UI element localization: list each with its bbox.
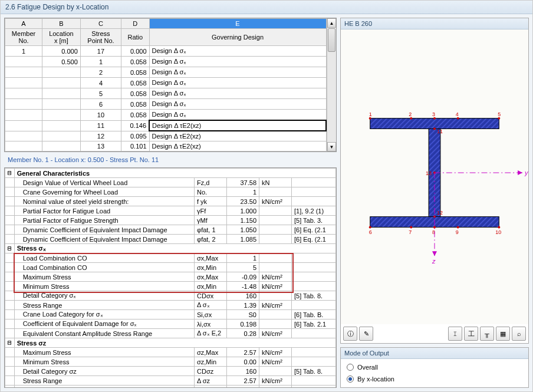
svg-text:2: 2: [409, 111, 412, 117]
detail-row[interactable]: Stress RangeΔ σₓ1.39kN/cm²: [5, 301, 336, 310]
radio-option[interactable]: By x-location: [347, 375, 522, 383]
detail-group[interactable]: ⊟General Characteristics: [5, 169, 336, 178]
radio-label: By x-location: [357, 375, 394, 383]
col-header[interactable]: StressPoint No.: [80, 29, 121, 46]
expander-icon[interactable]: ⊟: [5, 338, 15, 348]
svg-text:12: 12: [437, 210, 443, 216]
detail-row[interactable]: Dynamic Coefficient of Equivalent Impact…: [5, 235, 336, 244]
table-row[interactable]: 0.50010.058Design Δ σₓ: [5, 57, 327, 67]
table-row[interactable]: 120.095Design Δ τE2(xz): [5, 131, 327, 141]
detail-row[interactable]: Dynamic Coefficient of Equivalent Impact…: [5, 225, 336, 235]
detail-row[interactable]: Crane Load Category for σₓSi,σxS0[6] Tab…: [5, 310, 336, 319]
section-toolbar: ⓘ✎𝙸工╥▦⌕: [341, 324, 528, 343]
col-header[interactable]: MemberNo.: [5, 29, 42, 46]
detail-row[interactable]: Crane Governing for Wheel LoadNo.1: [5, 187, 336, 197]
svg-text:11: 11: [437, 129, 443, 134]
col-header-A[interactable]: A: [5, 19, 42, 29]
svg-point-7: [410, 117, 412, 120]
results-grid[interactable]: ABCDE MemberNo.Locationx [m]StressPoint …: [4, 18, 337, 152]
expander-icon[interactable]: ⊟: [5, 169, 15, 178]
svg-point-29: [498, 226, 500, 228]
detail-row[interactable]: Partial Factor of Fatigue StrengthγMf1.1…: [5, 216, 336, 225]
detail-row[interactable]: Design Value of Vertical Wheel LoadFz,d3…: [5, 178, 336, 187]
svg-point-15: [433, 128, 436, 130]
radio-label: Overall: [357, 364, 378, 371]
expander-icon[interactable]: ⊟: [5, 244, 15, 253]
detail-group[interactable]: ⊟Stress σₓ: [5, 244, 336, 253]
window-title: 2.6 Fatigue Design by x-Location: [1, 1, 532, 14]
detail-row[interactable]: Partial Factor for Fatigue LoadγFf1.000[…: [5, 206, 336, 216]
probe-icon[interactable]: ⌕: [512, 327, 526, 341]
table-row[interactable]: 130.101Design Δ τE2(xz): [5, 141, 327, 151]
svg-point-9: [433, 117, 436, 120]
table-row[interactable]: 40.058Design Δ σₓ: [5, 78, 327, 88]
detail-row[interactable]: Maximum Stressσx,Max-0.09kN/cm²: [5, 272, 336, 282]
table-row[interactable]: 20.058Design Δ σₓ: [5, 67, 327, 78]
detail-row[interactable]: Maximum Stressσz,Max2.57kN/cm²: [5, 348, 336, 357]
scroll-down-icon[interactable]: ▼: [327, 142, 336, 151]
svg-marker-32: [518, 170, 522, 175]
svg-marker-35: [432, 251, 437, 256]
sect-icon-1[interactable]: 𝙸: [448, 327, 462, 341]
svg-text:13: 13: [426, 170, 432, 176]
svg-text:4: 4: [456, 111, 459, 117]
selection-info: Member No. 1 - Location x: 0.500 - Stres…: [4, 154, 337, 165]
svg-point-13: [498, 117, 500, 120]
detail-row[interactable]: Minimum Stressσx,Min-1.48kN/cm²: [5, 282, 336, 291]
svg-text:9: 9: [456, 229, 459, 235]
detail-row[interactable]: Crane Load Category for σzSiS1: [5, 386, 336, 388]
svg-rect-2: [370, 118, 499, 129]
detail-row[interactable]: Load Combination COσx,Max1: [5, 253, 336, 263]
radio-option[interactable]: Overall: [347, 364, 522, 371]
svg-text:10: 10: [495, 229, 501, 235]
scroll-thumb[interactable]: [328, 28, 335, 52]
mode-title: Mode of Output: [341, 348, 528, 359]
col-header-B[interactable]: B: [42, 19, 81, 29]
sect-icon-3[interactable]: ╥: [480, 327, 494, 341]
table-row[interactable]: 110.146Design Δ τE2(xz): [5, 120, 327, 131]
sect-icon-4[interactable]: ▦: [496, 327, 510, 341]
link-icon[interactable]: ✎: [359, 327, 373, 341]
col-header[interactable]: Locationx [m]: [42, 29, 81, 46]
svg-text:7: 7: [409, 229, 412, 235]
table-row[interactable]: 50.058Design Δ σₓ: [5, 88, 327, 99]
col-header-D[interactable]: D: [121, 19, 149, 29]
svg-point-21: [369, 226, 371, 228]
svg-text:1: 1: [369, 111, 372, 117]
table-row[interactable]: 10.000170.000Design Δ σₓ: [5, 46, 327, 57]
detail-row[interactable]: Stress RangeΔ σz2.57kN/cm²: [5, 376, 336, 386]
table-row[interactable]: 60.058Design Δ σₓ: [5, 99, 327, 110]
sect-icon-2[interactable]: 工: [464, 327, 478, 341]
col-header-C[interactable]: C: [80, 19, 121, 29]
table-row[interactable]: 100.058Design Δ σₓ: [5, 110, 327, 121]
svg-point-27: [457, 226, 459, 228]
detail-group[interactable]: ⊟Stress σz: [5, 338, 336, 348]
section-view[interactable]: 1 2 3 4 5 11 13 12 6 7 8: [341, 29, 528, 324]
svg-text:y: y: [524, 169, 528, 176]
svg-text:6: 6: [369, 229, 372, 235]
svg-point-5: [369, 117, 371, 120]
detail-row[interactable]: Minimum Stressσz,Min0.00kN/cm²: [5, 357, 336, 367]
radio-icon[interactable]: [347, 375, 354, 383]
detail-row[interactable]: Nominal value of steel yield strength:f …: [5, 197, 336, 206]
scroll-up-icon[interactable]: ▲: [327, 18, 336, 28]
detail-row[interactable]: Load Combination COσx,Min5: [5, 263, 336, 272]
radio-icon[interactable]: [347, 364, 354, 371]
detail-row[interactable]: Detail Category σzCDσz160[5] Tab. 8.: [5, 367, 336, 376]
detail-row[interactable]: Detail Category σₓCDσx160[5] Tab. 8.: [5, 291, 336, 301]
detail-row[interactable]: Coefficient of Equivalent Damage for σₓλ…: [5, 319, 336, 329]
details-grid[interactable]: ⊟General CharacteristicsDesign Value of …: [4, 167, 337, 388]
col-header[interactable]: Ratio: [121, 29, 149, 46]
col-header[interactable]: Governing Design: [149, 29, 326, 46]
info-icon[interactable]: ⓘ: [343, 327, 357, 341]
mode-of-output-panel: Mode of Output OverallBy x-location: [340, 347, 529, 388]
svg-text:z: z: [432, 258, 436, 265]
svg-point-23: [410, 226, 412, 228]
detail-row[interactable]: Equivalent Constant Amplitude Stress Ran…: [5, 329, 336, 338]
section-title: HE B 260: [341, 18, 528, 29]
svg-point-11: [457, 117, 459, 120]
svg-text:5: 5: [498, 111, 501, 117]
svg-text:3: 3: [432, 111, 435, 117]
col-header-E[interactable]: E: [149, 19, 326, 29]
grid-scrollbar[interactable]: ▲ ▼: [327, 18, 336, 151]
